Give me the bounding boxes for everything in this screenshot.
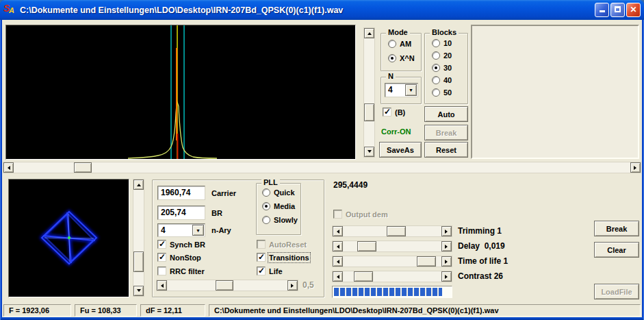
- client-area: Mode AM X^N N 4 ▼ Blocks 10: [2, 20, 642, 304]
- slider-track[interactable]: [167, 280, 287, 291]
- radio-mode-am[interactable]: AM: [388, 40, 411, 48]
- radio-pll-media[interactable]: Media: [262, 202, 295, 210]
- close-button[interactable]: ✕: [626, 3, 641, 17]
- carrier-label: Carrier: [211, 189, 236, 198]
- break-top-button[interactable]: Break: [424, 125, 468, 140]
- minimize-button[interactable]: [595, 3, 609, 17]
- radio-blocks-10[interactable]: 10: [432, 39, 452, 47]
- carrier-input[interactable]: 1960,74: [157, 186, 205, 200]
- slider-right-button[interactable]: [441, 226, 452, 236]
- constellation-display[interactable]: [8, 179, 129, 297]
- slider-thumb[interactable]: [387, 226, 406, 236]
- checkbox-label: NonStop: [170, 254, 201, 262]
- delay-label: Delay 0,019: [458, 242, 505, 251]
- radio-blocks-40[interactable]: 40: [432, 76, 452, 84]
- spectrum-vscrollbar[interactable]: [363, 27, 375, 158]
- arrow-left-icon: [5, 166, 10, 170]
- radio-icon-selected: [262, 202, 270, 210]
- slider-right-button[interactable]: [441, 271, 452, 282]
- checkbox-label: Output dem: [346, 210, 388, 219]
- maximize-button[interactable]: [610, 3, 625, 17]
- scroll-thumb[interactable]: [133, 251, 144, 272]
- trimming-slider[interactable]: [332, 225, 452, 237]
- saveas-button[interactable]: SaveAs: [379, 142, 422, 158]
- scroll-track[interactable]: [14, 162, 630, 173]
- scroll-track[interactable]: [133, 190, 144, 286]
- slider-left-button[interactable]: [157, 280, 167, 291]
- radio-blocks-20[interactable]: 20: [432, 51, 452, 60]
- b-checkbox[interactable]: (B): [383, 108, 405, 116]
- mode-group: Mode AM X^N: [381, 33, 422, 71]
- auto-button[interactable]: Auto: [424, 106, 468, 122]
- time-of-life-slider[interactable]: [332, 256, 452, 267]
- arrow-down-icon: [137, 289, 141, 294]
- scroll-down-button[interactable]: [133, 286, 144, 296]
- scroll-thumb[interactable]: [74, 162, 92, 173]
- slider-track[interactable]: [343, 256, 441, 267]
- slider-left-button[interactable]: [333, 256, 343, 267]
- constellation-vscrollbar[interactable]: [133, 179, 144, 297]
- slider-thumb[interactable]: [216, 280, 233, 291]
- transitions-checkbox[interactable]: Transitions: [257, 253, 309, 262]
- delay-slider[interactable]: [332, 241, 452, 252]
- spectrum-hscrollbar[interactable]: [3, 162, 641, 173]
- scroll-right-button[interactable]: [630, 162, 641, 173]
- loadfile-button[interactable]: LoadFile: [594, 284, 639, 299]
- scroll-down-button[interactable]: [364, 147, 374, 157]
- radio-icon-selected: [388, 54, 396, 62]
- result-panel[interactable]: [471, 25, 639, 159]
- nary-combobox-value: 4: [161, 225, 166, 235]
- radio-icon: [432, 39, 440, 47]
- scroll-thumb[interactable]: [364, 103, 374, 121]
- radio-pll-quick[interactable]: Quick: [262, 188, 295, 197]
- minimize-icon: [600, 3, 605, 12]
- synch-br-checkbox[interactable]: Synch BR: [157, 240, 205, 249]
- reset-button[interactable]: Reset: [424, 142, 468, 158]
- slider-track[interactable]: [343, 226, 441, 236]
- combobox-dropdown-button[interactable]: ▼: [405, 84, 417, 96]
- break-button[interactable]: Break: [594, 221, 639, 236]
- radio-label: 10: [443, 39, 452, 47]
- spectrum-display[interactable]: [5, 25, 356, 160]
- corr-status-label: Corr-ON: [381, 127, 411, 136]
- contrast-slider[interactable]: [332, 271, 452, 282]
- slider-right-button[interactable]: [441, 241, 452, 251]
- slider-right-button[interactable]: [441, 256, 452, 267]
- arrow-down-icon: [368, 150, 372, 155]
- clear-button[interactable]: Clear: [594, 242, 639, 258]
- radio-blocks-50[interactable]: 50: [432, 88, 452, 97]
- rolloff-slider[interactable]: [156, 280, 298, 291]
- br-label: BR: [211, 209, 222, 218]
- slider-track[interactable]: [343, 271, 441, 282]
- life-checkbox[interactable]: Life: [257, 267, 283, 275]
- pll-group-title: PLL: [261, 178, 280, 186]
- nonstop-checkbox[interactable]: NonStop: [157, 253, 201, 262]
- maximize-icon: [615, 6, 621, 12]
- contrast-label: Contrast 26: [458, 272, 503, 281]
- n-combobox[interactable]: 4 ▼: [385, 83, 418, 97]
- status-bar: F = 1923,06 Fu = 108,33 dF = 12,11 C:\Do…: [2, 304, 642, 317]
- combobox-dropdown-button[interactable]: ▼: [192, 225, 204, 236]
- slider-thumb[interactable]: [354, 271, 373, 282]
- slider-left-button[interactable]: [333, 226, 343, 236]
- radio-pll-slowly[interactable]: Slowly: [262, 216, 298, 224]
- slider-left-button[interactable]: [333, 271, 343, 282]
- radio-label: 40: [443, 76, 452, 84]
- slider-thumb[interactable]: [357, 241, 376, 251]
- scroll-left-button[interactable]: [3, 162, 14, 173]
- radio-mode-xn[interactable]: X^N: [388, 54, 415, 62]
- title-bar[interactable]: S A C:\Dokumente und Einstellungen\LDO\D…: [0, 0, 644, 20]
- scroll-up-button[interactable]: [133, 180, 144, 190]
- br-input[interactable]: 205,74: [157, 206, 205, 220]
- slider-left-button[interactable]: [333, 241, 343, 251]
- slider-right-button[interactable]: [287, 280, 298, 291]
- status-file-path: C:\Dokumente und Einstellungen\LDO\Deskt…: [209, 304, 641, 317]
- window-left-border: [0, 20, 1, 320]
- rrc-filter-checkbox[interactable]: RRC filter: [157, 267, 205, 275]
- slider-thumb[interactable]: [417, 256, 436, 267]
- nary-combobox[interactable]: 4 ▼: [157, 223, 205, 237]
- scroll-track[interactable]: [364, 38, 374, 147]
- scroll-up-button[interactable]: [364, 28, 374, 38]
- slider-track[interactable]: [343, 241, 441, 251]
- radio-blocks-30[interactable]: 30: [432, 64, 452, 72]
